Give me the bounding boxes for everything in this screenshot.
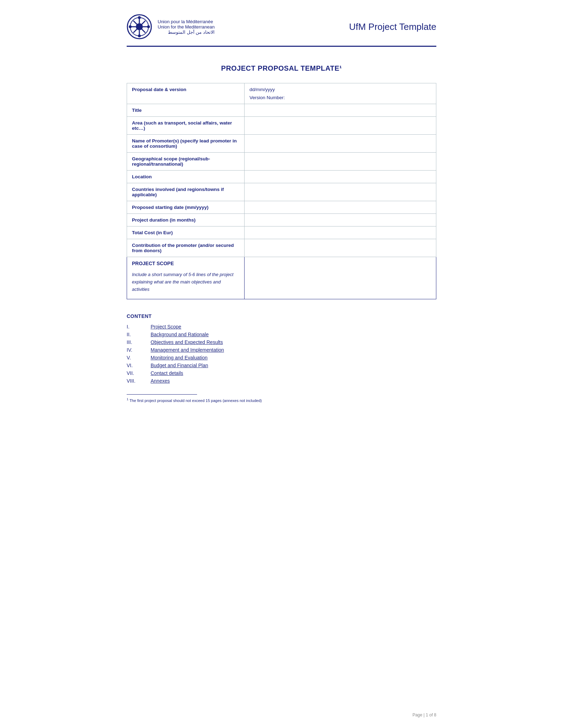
footnote-content: The first project proposal should not ex… xyxy=(129,398,262,403)
page-number: Page | 1 of 8 xyxy=(412,713,436,717)
list-item: VI. Budget and Financial Plan xyxy=(127,363,436,368)
page-header: Union pour la Méditerranée Union for the… xyxy=(127,14,436,47)
label-contribution: Contribution of the promoter (and/or sec… xyxy=(132,243,234,253)
roman-numeral: V. xyxy=(127,355,144,360)
org-name-french: Union pour la Méditerranée xyxy=(158,19,215,24)
roman-numeral: II. xyxy=(127,332,144,337)
table-cell-label: Name of Promoter(s) (specify lead promot… xyxy=(127,135,245,153)
org-name-english: Union for the Mediterranean xyxy=(158,24,215,30)
table-cell-label: Proposal date & version xyxy=(127,83,245,104)
list-item: V. Monitoring and Evaluation xyxy=(127,355,436,360)
roman-numeral: VII. xyxy=(127,370,144,376)
table-row: Geographical scope (regional/sub-regiona… xyxy=(127,153,436,171)
svg-line-8 xyxy=(141,29,145,33)
list-item: III. Objectives and Expected Results xyxy=(127,339,436,345)
table-cell-label: Proposed starting date (mm/yyyy) xyxy=(127,201,245,214)
label-promoter: Name of Promoter(s) (specify lead promot… xyxy=(132,138,237,149)
content-link-project-scope[interactable]: Project Scope xyxy=(151,324,181,330)
table-row: Proposal date & version dd/mm/yyyy Versi… xyxy=(127,83,436,104)
content-link-contact[interactable]: Contact details xyxy=(151,370,183,376)
table-cell-value xyxy=(245,117,436,135)
label-location: Location xyxy=(132,174,152,179)
table-row: Title xyxy=(127,104,436,117)
label-geo-scope: Geographical scope (regional/sub-regiona… xyxy=(132,156,210,167)
content-link-monitoring[interactable]: Monitoring and Evaluation xyxy=(151,355,208,360)
content-section: CONTENT I. Project Scope II. Background … xyxy=(127,313,436,384)
table-cell-value xyxy=(245,226,436,239)
date-value: dd/mm/yyyy xyxy=(249,87,275,92)
label-title: Title xyxy=(132,108,142,113)
content-link-budget[interactable]: Budget and Financial Plan xyxy=(151,363,208,368)
version-label: Version Number: xyxy=(249,95,431,100)
table-row: Project duration (in months) xyxy=(127,214,436,226)
content-link-annexes[interactable]: Annexes xyxy=(151,378,170,384)
list-item: VIII. Annexes xyxy=(127,378,436,384)
label-start-date: Proposed starting date (mm/yyyy) xyxy=(132,205,209,210)
table-cell-label: Project duration (in months) xyxy=(127,214,245,226)
list-item: IV. Management and Implementation xyxy=(127,347,436,353)
roman-numeral: VI. xyxy=(127,363,144,368)
main-title: PROJECT PROPOSAL TEMPLATE¹ xyxy=(127,64,436,72)
svg-point-14 xyxy=(147,25,150,28)
content-heading: CONTENT xyxy=(127,313,436,319)
table-row: Total Cost (in Eur) xyxy=(127,226,436,239)
roman-numeral: III. xyxy=(127,339,144,345)
list-item: II. Background and Rationale xyxy=(127,332,436,337)
table-cell-value: dd/mm/yyyy Version Number: xyxy=(245,83,436,104)
table-cell-value xyxy=(245,171,436,183)
table-cell-value xyxy=(245,135,436,153)
content-link-objectives[interactable]: Objectives and Expected Results xyxy=(151,339,223,345)
table-row: Countries involved (and regions/towns if… xyxy=(127,183,436,201)
table-row: Area (such as transport, social affairs,… xyxy=(127,117,436,135)
list-item: I. Project Scope xyxy=(127,324,436,330)
svg-point-11 xyxy=(138,16,141,19)
roman-numeral: IV. xyxy=(127,347,144,353)
table-row: Proposed starting date (mm/yyyy) xyxy=(127,201,436,214)
table-cell-label: Location xyxy=(127,171,245,183)
table-row-project-scope: PROJECT SCOPE Include a short summary of… xyxy=(127,257,436,299)
table-cell-label: Total Cost (in Eur) xyxy=(127,226,245,239)
table-row: Contribution of the promoter (and/or sec… xyxy=(127,239,436,257)
header-title: UfM Project Template xyxy=(349,21,436,32)
table-cell-value xyxy=(245,153,436,171)
label-countries: Countries involved (and regions/towns if… xyxy=(132,187,224,197)
proposal-table: Proposal date & version dd/mm/yyyy Versi… xyxy=(127,83,436,299)
scope-description: Include a short summary of 5-6 lines of … xyxy=(132,272,233,292)
table-cell-label: Title xyxy=(127,104,245,117)
table-cell-value xyxy=(245,201,436,214)
table-row: Location xyxy=(127,171,436,183)
label-total-cost: Total Cost (in Eur) xyxy=(132,230,173,235)
table-cell-value xyxy=(245,104,436,117)
org-name-arabic: الاتحاد من أجل المتوسط xyxy=(158,30,215,35)
scope-heading: PROJECT SCOPE xyxy=(132,261,239,266)
svg-line-10 xyxy=(133,29,137,33)
roman-numeral: VIII. xyxy=(127,378,144,384)
label-date-version: Proposal date & version xyxy=(132,87,186,92)
svg-point-12 xyxy=(138,34,141,37)
page-container: Union pour la Méditerranée Union for the… xyxy=(106,0,457,728)
table-cell-value xyxy=(245,214,436,226)
table-cell-value xyxy=(245,239,436,257)
main-title-text: PROJECT PROPOSAL TEMPLATE¹ xyxy=(221,64,342,72)
org-text: Union pour la Méditerranée Union for the… xyxy=(158,19,215,35)
list-item: VII. Contact details xyxy=(127,370,436,376)
table-cell-label: Contribution of the promoter (and/or sec… xyxy=(127,239,245,257)
content-list: I. Project Scope II. Background and Rati… xyxy=(127,324,436,384)
ufm-logo-icon xyxy=(127,14,152,39)
content-link-background[interactable]: Background and Rationale xyxy=(151,332,209,337)
label-duration: Project duration (in months) xyxy=(132,217,196,223)
roman-numeral: I. xyxy=(127,324,144,330)
svg-line-7 xyxy=(133,21,137,25)
table-cell-label: Area (such as transport, social affairs,… xyxy=(127,117,245,135)
content-link-management[interactable]: Management and Implementation xyxy=(151,347,224,353)
footnote-superscript: 1 xyxy=(127,397,128,401)
table-cell-label: Geographical scope (regional/sub-regiona… xyxy=(127,153,245,171)
table-cell-scope-label: PROJECT SCOPE Include a short summary of… xyxy=(127,257,245,299)
header-left: Union pour la Méditerranée Union for the… xyxy=(127,14,215,39)
footnote-text: 1 The first project proposal should not … xyxy=(127,397,436,403)
label-area: Area (such as transport, social affairs,… xyxy=(132,120,232,131)
svg-point-13 xyxy=(129,25,132,28)
table-row: Name of Promoter(s) (specify lead promot… xyxy=(127,135,436,153)
footnote-divider xyxy=(127,394,197,395)
svg-line-9 xyxy=(141,21,145,25)
